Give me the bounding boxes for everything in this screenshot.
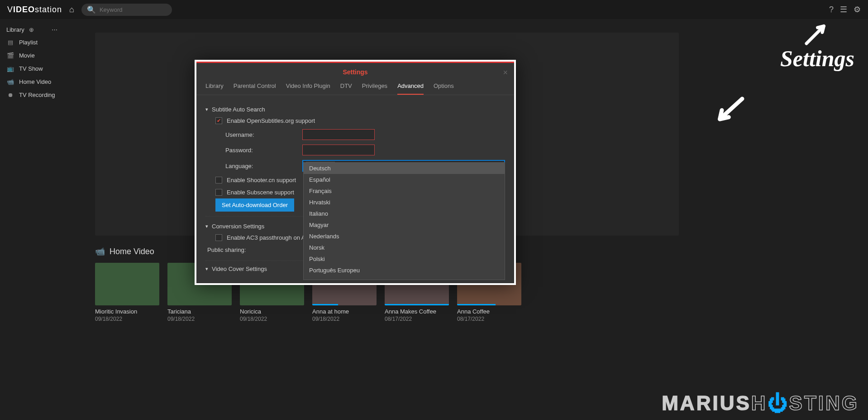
watermark: MARIUSH⏻STING: [662, 392, 859, 415]
video-thumb[interactable]: [95, 263, 159, 305]
tab-options[interactable]: Options: [434, 82, 454, 95]
close-icon[interactable]: ×: [503, 68, 508, 77]
video-title: Anna Coffee: [457, 308, 521, 315]
tab-advanced[interactable]: Advanced: [397, 82, 424, 95]
video-title: Anna Makes Coffee: [385, 308, 449, 315]
checkbox-shooter[interactable]: [215, 177, 222, 183]
username-label: Username:: [225, 131, 302, 138]
lang-option[interactable]: Norsk: [304, 242, 505, 253]
library-header: Library ⊕ ⋯: [0, 24, 77, 36]
search-icon: 🔍: [87, 5, 96, 14]
sidebar-item-homevideo[interactable]: 📹Home Video: [0, 75, 77, 88]
video-date: 09/18/2022: [95, 316, 159, 322]
lang-option[interactable]: Magyar: [304, 219, 505, 231]
camera-icon: 📹: [6, 78, 14, 85]
sidebar: Library ⊕ ⋯ ▤Playlist 🎬Movie 📺TV Show 📹H…: [0, 19, 77, 420]
checkbox-subscene[interactable]: [215, 189, 222, 196]
sidebar-item-tvrec[interactable]: ⏺TV Recording: [0, 88, 77, 101]
section-subtitle-search[interactable]: ▾Subtitle Auto Search: [205, 104, 505, 115]
camera-icon: 📹: [95, 246, 105, 256]
video-title: Mioritic Invasion: [95, 308, 159, 315]
sidebar-item-movie[interactable]: 🎬Movie: [0, 49, 77, 62]
enable-opensubtitles-row[interactable]: Enable OpenSubtitles.org support: [205, 115, 505, 127]
tab-dtv[interactable]: DTV: [340, 82, 352, 95]
video-card[interactable]: Mioritic Invasion09/18/2022: [95, 263, 159, 322]
tab-library[interactable]: Library: [205, 82, 224, 95]
username-input[interactable]: [302, 129, 375, 140]
settings-modal: Settings × LibraryParental ControlVideo …: [195, 60, 516, 285]
password-input[interactable]: [302, 145, 375, 155]
search-input[interactable]: [100, 6, 167, 13]
language-dropdown[interactable]: DeutschEspañolFrançaisHrvatskiItalianoMa…: [303, 162, 505, 280]
chevron-down-icon: ▾: [205, 223, 208, 229]
queue-icon[interactable]: ☰: [840, 5, 847, 14]
chevron-down-icon: ▾: [205, 266, 208, 272]
video-date: 08/17/2022: [385, 316, 449, 322]
lang-option[interactable]: Italiano: [304, 208, 505, 219]
lang-option[interactable]: Português Europeu: [304, 265, 505, 276]
lang-option[interactable]: Deutsch: [304, 163, 505, 174]
modal-tabs: LibraryParental ControlVideo Info Plugin…: [196, 76, 514, 95]
video-date: 09/18/2022: [240, 316, 304, 322]
movie-icon: 🎬: [6, 52, 14, 59]
lang-option[interactable]: Nederlands: [304, 231, 505, 242]
video-title: Noricica: [240, 308, 304, 315]
playlist-icon: ▤: [6, 39, 14, 46]
lang-option[interactable]: Polski: [304, 253, 505, 265]
add-library-icon[interactable]: ⊕: [29, 26, 48, 33]
app-logo: VIDEOstation: [7, 5, 62, 14]
lang-option[interactable]: Español: [304, 174, 505, 185]
help-icon[interactable]: ?: [829, 5, 834, 14]
set-autodownload-button[interactable]: Set Auto-download Order: [215, 198, 294, 212]
settings-icon[interactable]: ⚙: [854, 5, 861, 14]
tab-parental-control[interactable]: Parental Control: [234, 82, 276, 95]
home-icon[interactable]: ⌂: [69, 5, 74, 14]
tab-privileges[interactable]: Privileges: [362, 82, 387, 95]
video-title: Tariciana: [167, 308, 232, 315]
sidebar-item-tvshow[interactable]: 📺TV Show: [0, 62, 77, 75]
password-label: Password:: [225, 147, 302, 154]
search-box[interactable]: 🔍: [81, 4, 172, 16]
top-bar: VIDEOstation ⌂ 🔍 ? ☰ ⚙: [0, 0, 868, 19]
lang-option[interactable]: Hrvatski: [304, 197, 505, 208]
video-date: 08/17/2022: [457, 316, 521, 322]
video-date: 09/18/2022: [312, 316, 377, 322]
checkbox-opensubtitles[interactable]: [215, 117, 222, 124]
checkbox-ac3[interactable]: [215, 234, 222, 241]
tab-video-info-plugin[interactable]: Video Info Plugin: [286, 82, 330, 95]
tv-icon: 📺: [6, 65, 14, 72]
rec-icon: ⏺: [6, 92, 14, 98]
chevron-down-icon: ▾: [205, 106, 208, 112]
video-date: 09/18/2022: [167, 316, 232, 322]
sidebar-item-playlist[interactable]: ▤Playlist: [0, 36, 77, 49]
library-more-icon[interactable]: ⋯: [52, 26, 71, 33]
video-title: Anna at home: [312, 308, 377, 315]
modal-title: Settings: [343, 68, 367, 76]
lang-option[interactable]: Français: [304, 185, 505, 197]
lang-option[interactable]: Português do Brasil: [304, 276, 505, 280]
language-label: Language:: [225, 163, 302, 169]
